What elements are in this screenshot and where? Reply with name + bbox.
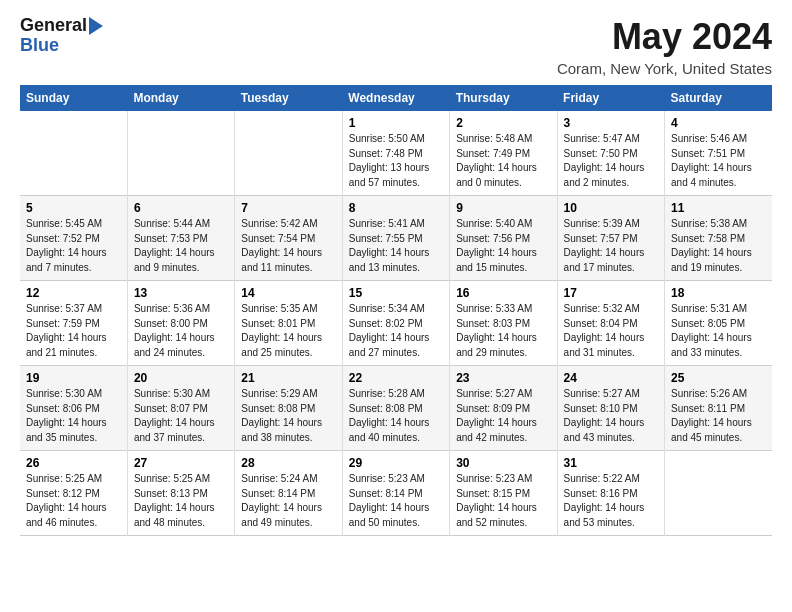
day-info: Sunrise: 5:44 AM Sunset: 7:53 PM Dayligh…: [134, 217, 228, 275]
day-number: 10: [564, 201, 658, 215]
day-info: Sunrise: 5:25 AM Sunset: 8:13 PM Dayligh…: [134, 472, 228, 530]
calendar-week-row: 19Sunrise: 5:30 AM Sunset: 8:06 PM Dayli…: [20, 366, 772, 451]
calendar-cell: 2Sunrise: 5:48 AM Sunset: 7:49 PM Daylig…: [450, 111, 557, 196]
calendar-cell: 13Sunrise: 5:36 AM Sunset: 8:00 PM Dayli…: [127, 281, 234, 366]
calendar-subtitle: Coram, New York, United States: [557, 60, 772, 77]
day-number: 23: [456, 371, 550, 385]
day-number: 8: [349, 201, 443, 215]
day-info: Sunrise: 5:30 AM Sunset: 8:06 PM Dayligh…: [26, 387, 121, 445]
calendar-cell: 19Sunrise: 5:30 AM Sunset: 8:06 PM Dayli…: [20, 366, 127, 451]
day-number: 2: [456, 116, 550, 130]
day-info: Sunrise: 5:35 AM Sunset: 8:01 PM Dayligh…: [241, 302, 335, 360]
day-info: Sunrise: 5:38 AM Sunset: 7:58 PM Dayligh…: [671, 217, 766, 275]
calendar-cell: 14Sunrise: 5:35 AM Sunset: 8:01 PM Dayli…: [235, 281, 342, 366]
calendar-cell: [20, 111, 127, 196]
day-info: Sunrise: 5:22 AM Sunset: 8:16 PM Dayligh…: [564, 472, 658, 530]
calendar-cell: 5Sunrise: 5:45 AM Sunset: 7:52 PM Daylig…: [20, 196, 127, 281]
calendar-header: SundayMondayTuesdayWednesdayThursdayFrid…: [20, 85, 772, 111]
day-info: Sunrise: 5:39 AM Sunset: 7:57 PM Dayligh…: [564, 217, 658, 275]
day-info: Sunrise: 5:41 AM Sunset: 7:55 PM Dayligh…: [349, 217, 443, 275]
calendar-week-row: 12Sunrise: 5:37 AM Sunset: 7:59 PM Dayli…: [20, 281, 772, 366]
day-number: 16: [456, 286, 550, 300]
weekday-header-wednesday: Wednesday: [342, 85, 449, 111]
calendar-cell: 18Sunrise: 5:31 AM Sunset: 8:05 PM Dayli…: [665, 281, 772, 366]
weekday-header-thursday: Thursday: [450, 85, 557, 111]
calendar-cell: [665, 451, 772, 536]
calendar-cell: 21Sunrise: 5:29 AM Sunset: 8:08 PM Dayli…: [235, 366, 342, 451]
weekday-header-tuesday: Tuesday: [235, 85, 342, 111]
calendar-week-row: 26Sunrise: 5:25 AM Sunset: 8:12 PM Dayli…: [20, 451, 772, 536]
day-info: Sunrise: 5:40 AM Sunset: 7:56 PM Dayligh…: [456, 217, 550, 275]
day-info: Sunrise: 5:23 AM Sunset: 8:14 PM Dayligh…: [349, 472, 443, 530]
calendar-cell: 8Sunrise: 5:41 AM Sunset: 7:55 PM Daylig…: [342, 196, 449, 281]
calendar-cell: 29Sunrise: 5:23 AM Sunset: 8:14 PM Dayli…: [342, 451, 449, 536]
weekday-header-saturday: Saturday: [665, 85, 772, 111]
calendar-cell: 26Sunrise: 5:25 AM Sunset: 8:12 PM Dayli…: [20, 451, 127, 536]
weekday-header-row: SundayMondayTuesdayWednesdayThursdayFrid…: [20, 85, 772, 111]
calendar-cell: [235, 111, 342, 196]
day-info: Sunrise: 5:46 AM Sunset: 7:51 PM Dayligh…: [671, 132, 766, 190]
day-info: Sunrise: 5:37 AM Sunset: 7:59 PM Dayligh…: [26, 302, 121, 360]
calendar-table: SundayMondayTuesdayWednesdayThursdayFrid…: [20, 85, 772, 536]
weekday-header-friday: Friday: [557, 85, 664, 111]
day-number: 22: [349, 371, 443, 385]
weekday-header-monday: Monday: [127, 85, 234, 111]
logo-blue-text: Blue: [20, 36, 59, 56]
day-info: Sunrise: 5:27 AM Sunset: 8:10 PM Dayligh…: [564, 387, 658, 445]
day-info: Sunrise: 5:25 AM Sunset: 8:12 PM Dayligh…: [26, 472, 121, 530]
day-info: Sunrise: 5:36 AM Sunset: 8:00 PM Dayligh…: [134, 302, 228, 360]
day-number: 25: [671, 371, 766, 385]
calendar-week-row: 5Sunrise: 5:45 AM Sunset: 7:52 PM Daylig…: [20, 196, 772, 281]
day-number: 29: [349, 456, 443, 470]
logo-arrow-icon: [89, 17, 103, 35]
calendar-cell: 20Sunrise: 5:30 AM Sunset: 8:07 PM Dayli…: [127, 366, 234, 451]
day-info: Sunrise: 5:33 AM Sunset: 8:03 PM Dayligh…: [456, 302, 550, 360]
day-number: 9: [456, 201, 550, 215]
logo-general-text: General: [20, 16, 87, 36]
calendar-cell: 15Sunrise: 5:34 AM Sunset: 8:02 PM Dayli…: [342, 281, 449, 366]
day-number: 14: [241, 286, 335, 300]
day-number: 24: [564, 371, 658, 385]
calendar-body: 1Sunrise: 5:50 AM Sunset: 7:48 PM Daylig…: [20, 111, 772, 536]
day-number: 6: [134, 201, 228, 215]
day-number: 4: [671, 116, 766, 130]
logo: General Blue: [20, 16, 103, 56]
day-number: 15: [349, 286, 443, 300]
calendar-cell: 12Sunrise: 5:37 AM Sunset: 7:59 PM Dayli…: [20, 281, 127, 366]
calendar-cell: 16Sunrise: 5:33 AM Sunset: 8:03 PM Dayli…: [450, 281, 557, 366]
calendar-cell: [127, 111, 234, 196]
day-number: 1: [349, 116, 443, 130]
day-info: Sunrise: 5:26 AM Sunset: 8:11 PM Dayligh…: [671, 387, 766, 445]
calendar-cell: 4Sunrise: 5:46 AM Sunset: 7:51 PM Daylig…: [665, 111, 772, 196]
calendar-cell: 30Sunrise: 5:23 AM Sunset: 8:15 PM Dayli…: [450, 451, 557, 536]
title-area: May 2024 Coram, New York, United States: [557, 16, 772, 77]
calendar-cell: 31Sunrise: 5:22 AM Sunset: 8:16 PM Dayli…: [557, 451, 664, 536]
day-number: 19: [26, 371, 121, 385]
day-info: Sunrise: 5:32 AM Sunset: 8:04 PM Dayligh…: [564, 302, 658, 360]
day-info: Sunrise: 5:28 AM Sunset: 8:08 PM Dayligh…: [349, 387, 443, 445]
day-number: 27: [134, 456, 228, 470]
calendar-cell: 17Sunrise: 5:32 AM Sunset: 8:04 PM Dayli…: [557, 281, 664, 366]
day-number: 12: [26, 286, 121, 300]
calendar-cell: 25Sunrise: 5:26 AM Sunset: 8:11 PM Dayli…: [665, 366, 772, 451]
day-number: 3: [564, 116, 658, 130]
day-number: 30: [456, 456, 550, 470]
day-info: Sunrise: 5:47 AM Sunset: 7:50 PM Dayligh…: [564, 132, 658, 190]
day-number: 17: [564, 286, 658, 300]
calendar-cell: 7Sunrise: 5:42 AM Sunset: 7:54 PM Daylig…: [235, 196, 342, 281]
day-number: 5: [26, 201, 121, 215]
day-info: Sunrise: 5:30 AM Sunset: 8:07 PM Dayligh…: [134, 387, 228, 445]
day-info: Sunrise: 5:50 AM Sunset: 7:48 PM Dayligh…: [349, 132, 443, 190]
calendar-cell: 28Sunrise: 5:24 AM Sunset: 8:14 PM Dayli…: [235, 451, 342, 536]
page-header: General Blue May 2024 Coram, New York, U…: [20, 16, 772, 77]
day-number: 7: [241, 201, 335, 215]
calendar-cell: 24Sunrise: 5:27 AM Sunset: 8:10 PM Dayli…: [557, 366, 664, 451]
calendar-title: May 2024: [557, 16, 772, 58]
day-info: Sunrise: 5:27 AM Sunset: 8:09 PM Dayligh…: [456, 387, 550, 445]
day-number: 20: [134, 371, 228, 385]
day-number: 18: [671, 286, 766, 300]
day-info: Sunrise: 5:24 AM Sunset: 8:14 PM Dayligh…: [241, 472, 335, 530]
calendar-cell: 22Sunrise: 5:28 AM Sunset: 8:08 PM Dayli…: [342, 366, 449, 451]
day-number: 13: [134, 286, 228, 300]
day-number: 11: [671, 201, 766, 215]
